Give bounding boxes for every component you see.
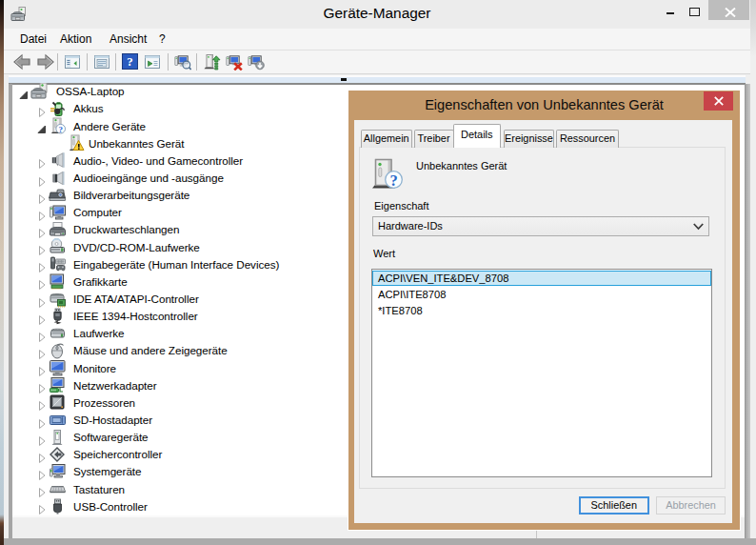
svg-text:?: ? [58,125,63,134]
svg-text:?: ? [389,172,397,190]
